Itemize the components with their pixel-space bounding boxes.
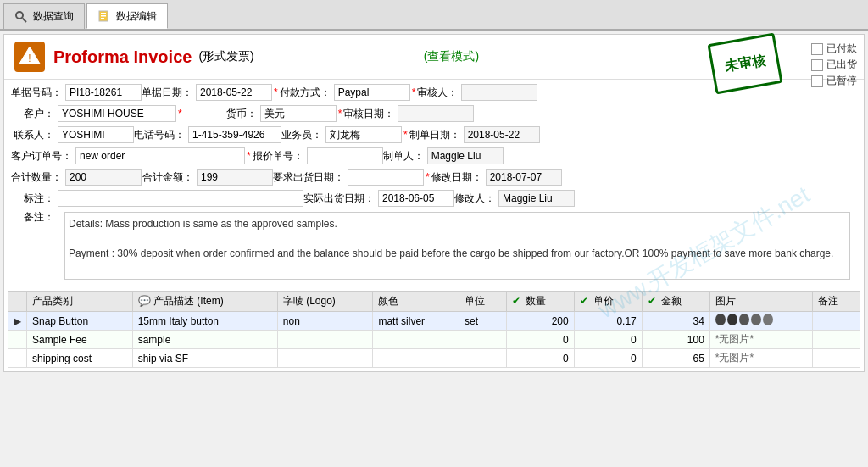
checkbox-shipped-label: 已出货 [826,58,857,72]
form-row-remarks: 备注： Details: Mass production is same as … [11,210,857,281]
form-row-3: 联系人： 电话号码： 业务员： * 制单日期： [11,125,857,144]
th-qty: ✔ 数量 [506,292,574,312]
cell-type: Snap Button [27,312,133,331]
manager-label: 制单人： [383,149,427,164]
cell-amount: 100 [642,331,709,349]
cell-color: matt silver [373,312,459,331]
checkbox-paid-box[interactable] [811,43,823,55]
th-logo: 字唛 (Logo) [277,292,373,312]
table-container: 产品类别 💬 产品描述 (Item) 字唛 (Logo) 颜色 单位 [8,287,860,368]
table-row[interactable]: ▶Snap Button15mm Italy buttonnonmatt sil… [8,312,860,331]
remarks-textarea[interactable]: Details: Mass production is same as the … [64,212,850,280]
customer-order-input[interactable] [75,147,245,164]
modify-by-label: 修改人： [454,192,498,206]
review-date-input[interactable] [398,105,474,122]
cell-unit [459,349,507,368]
cell-logo [277,331,373,349]
pay-method-input[interactable] [334,84,410,101]
order-no-input[interactable] [65,84,142,101]
quotation-input[interactable] [307,147,383,164]
th-amount: ✔ 金额 [642,292,709,312]
cell-qty: 0 [506,349,574,368]
table-header-row: 产品类别 💬 产品描述 (Item) 字唛 (Logo) 颜色 单位 [8,292,860,312]
cell-logo: non [277,312,373,331]
reviewer-input[interactable] [461,84,537,101]
checkbox-shipped[interactable]: 已出货 [811,58,857,72]
total-amt-input[interactable] [197,169,273,186]
invoice-logo-icon: ! [18,45,42,69]
modify-by-input[interactable] [498,190,575,207]
modify-date-label: 修改日期： [431,170,486,185]
cell-qty: 200 [506,312,574,331]
cell-remark [813,312,860,331]
svg-text:!: ! [28,53,31,64]
checkbox-paid[interactable]: 已付款 [811,42,857,56]
cell-color [373,331,459,349]
order-date-label: 单据日期： [142,86,196,100]
actual-ship-input[interactable] [378,190,454,207]
create-date-label: 制单日期： [409,128,464,142]
total-qty-label: 合计数量： [11,170,65,185]
th-type: 产品类别 [27,292,133,312]
cell-color [373,349,459,368]
svg-point-0 [16,12,23,19]
cell-remark [813,331,860,349]
cell-image: *无图片* [709,331,813,349]
currency-input[interactable] [260,105,337,122]
total-qty-input[interactable] [65,169,142,186]
customer-input[interactable] [58,105,176,122]
row-indicator: ▶ [8,312,27,331]
phone-label: 电话号码： [134,128,188,142]
order-date-input[interactable] [196,84,272,101]
cell-price: 0.17 [574,312,642,331]
main-content: ! Proforma Invoice (形式发票) (查看模式) 未审核 已付款… [3,34,865,372]
tag-label: 标注： [11,192,58,206]
th-price: ✔ 单价 [574,292,642,312]
modify-date-input[interactable] [486,169,562,186]
total-amt-label: 合计金额： [142,170,197,185]
reviewer-label: 审核人： [417,86,461,100]
salesperson-input[interactable] [326,126,402,143]
review-date-label: 审核日期： [343,107,398,121]
th-color: 颜色 [373,292,459,312]
tab-query[interactable]: 数据查询 [3,3,85,29]
svg-rect-5 [101,18,104,19]
phone-input[interactable] [188,126,281,143]
th-image: 图片 [709,292,813,312]
price-check-icon: ✔ [580,295,588,307]
tab-query-label: 数据查询 [33,9,74,24]
checkbox-paused[interactable]: 已暂停 [811,74,857,88]
tab-bar: 数据查询 数据编辑 [0,0,868,31]
tag-input[interactable] [58,190,303,207]
cell-image [709,312,813,331]
form-row-2: 客户： * 货币： * 审核日期： [11,104,857,123]
contact-input[interactable] [58,126,134,143]
form-area: 单据号码： 单据日期： * 付款方式： * 审核人： 客户： * 货币： * 审… [4,80,864,287]
svg-rect-4 [101,15,106,17]
table-row[interactable]: shipping costship via SF0065*无图片* [8,349,860,368]
customer-label: 客户： [11,107,58,121]
view-mode: (查看模式) [424,49,479,64]
checkbox-paused-box[interactable] [811,75,823,87]
manager-input[interactable] [427,147,504,164]
required-star-5: * [403,129,408,141]
image-thumbnail [715,314,773,325]
require-ship-input[interactable] [348,169,424,186]
cell-logo [277,349,373,368]
required-star-6: * [247,150,251,162]
required-star-3: * [178,108,182,120]
table-row[interactable]: Sample Feesample00100*无图片* [8,331,860,349]
salesperson-label: 业务员： [281,128,326,142]
customer-order-label: 客户订单号： [11,149,75,164]
required-star-7: * [426,171,430,183]
qty-check-icon: ✔ [512,295,520,307]
required-star-4: * [338,108,342,120]
remarks-line1: Details: Mass production is same as the … [69,216,846,231]
create-date-input[interactable] [464,126,540,143]
row-indicator [8,331,27,349]
checkbox-shipped-box[interactable] [811,59,823,71]
cell-qty: 0 [506,331,574,349]
tab-edit[interactable]: 数据编辑 [86,3,168,29]
cell-amount: 34 [642,312,709,331]
form-row-6: 标注： 实际出货日期： 修改人： [11,189,857,208]
